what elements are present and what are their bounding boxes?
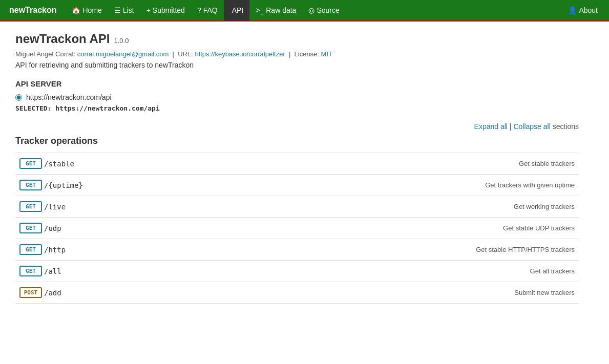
endpoint-desc: Get trackers with given uptime [241,175,579,196]
nav-item-submitted[interactable]: + Submitted [140,0,191,21]
endpoint-path: /http [44,246,66,254]
method-badge: GET [19,223,42,233]
selected-label: SELECTED: [15,104,51,112]
version-badge: 1.0.0 [114,37,129,45]
table-row[interactable]: GET /stable Get stable trackers [15,153,579,175]
endpoint-desc: Submit new trackers [241,282,579,304]
endpoint-path: /all [44,267,61,275]
meta-author-line: Miguel Angel Corral: corral.miguelangel@… [15,50,579,58]
table-row[interactable]: GET /live Get working trackers [15,196,579,218]
table-row[interactable]: GET /udp Get stable UDP trackers [15,218,579,239]
home-icon: 🏠 [72,6,80,14]
expand-collapse: Expand all | Collapse all sections [15,122,579,131]
nav-item-list[interactable]: ☰ List [108,0,140,21]
nav-items: 🏠 Home☰ List+ Submitted? FAQ API>_ Raw d… [66,0,562,21]
collapse-all-link[interactable]: Collapse all [513,122,550,131]
op-left: POST /add [19,287,237,298]
license-link[interactable]: MIT [321,50,332,58]
endpoint-path: /add [44,289,61,297]
endpoint-path: /udp [44,224,61,232]
endpoint-desc: Get stable UDP trackers [241,218,579,239]
nav-item-about[interactable]: 👤 About [562,0,604,21]
method-badge: GET [19,180,42,190]
endpoint-desc: Get working trackers [241,196,579,218]
page-title: newTrackon API [15,32,110,46]
op-left: GET /live [19,201,237,212]
table-row[interactable]: GET /{uptime} Get trackers with given up… [15,175,579,196]
table-row[interactable]: GET /all Get all trackers [15,261,579,282]
description: API for retrieving and submitting tracke… [15,61,579,69]
op-left: GET /all [19,266,237,276]
nav-item-faq[interactable]: ? FAQ [191,0,224,21]
op-left: GET /udp [19,223,237,233]
nav-item-home[interactable]: 🏠 Home [66,0,108,21]
endpoint-desc: Get stable trackers [241,153,579,175]
selected-line: SELECTED: https://newtrackon.com/api [15,104,579,112]
method-badge: GET [19,266,42,276]
rawdata-icon: >_ [256,6,264,14]
method-badge: POST [19,287,42,298]
submitted-icon: + [146,6,151,14]
nav-right: 👤 About [562,0,604,21]
nav-item-api[interactable]: API [224,0,250,21]
tracker-ops-title: Tracker operations [15,136,579,146]
list-icon: ☰ [114,6,121,14]
main-content: newTrackon API 1.0.0 Miguel Angel Corral… [0,22,594,314]
brand[interactable]: newTrackon [5,6,60,15]
endpoint-desc: Get all trackers [241,261,579,282]
table-row[interactable]: POST /add Submit new trackers [15,282,579,304]
endpoint-desc: Get stable HTTP/HTTPS trackers [241,239,579,261]
api-server-section-title: API SERVER [15,79,579,88]
author-label: Miguel Angel Corral [15,50,73,58]
table-row[interactable]: GET /http Get stable HTTP/HTTPS trackers [15,239,579,261]
op-left: GET /http [19,244,237,255]
user-icon: 👤 [568,6,577,14]
op-left: GET /{uptime} [19,180,237,190]
expand-all-link[interactable]: Expand all [474,122,508,131]
source-icon: ◎ [308,6,314,14]
author-email-link[interactable]: corral.miguelangel@gmail.com [77,50,169,58]
method-badge: GET [19,244,42,255]
faq-icon: ? [197,6,201,14]
server-url: https://newtrackon.com/api [26,93,112,101]
page-title-block: newTrackon API 1.0.0 [15,32,579,46]
method-badge: GET [19,158,42,169]
op-left: GET /stable [19,158,237,169]
nav-item-source[interactable]: ◎ Source [302,0,345,21]
endpoint-path: /{uptime} [44,181,83,189]
selected-url: https://newtrackon.com/api [55,104,160,112]
author-url-link[interactable]: https://keybase.io/corralpeltzer [195,50,285,58]
navbar: newTrackon 🏠 Home☰ List+ Submitted? FAQ … [0,0,609,22]
server-option: https://newtrackon.com/api [15,93,579,101]
operations-table: GET /stable Get stable trackers GET /{up… [15,153,579,304]
endpoint-path: /live [44,203,66,211]
sections-label: sections [553,122,579,131]
endpoint-path: /stable [44,160,74,168]
server-radio[interactable] [15,94,22,101]
nav-item-rawdata[interactable]: >_ Raw data [249,0,302,21]
method-badge: GET [19,201,42,212]
